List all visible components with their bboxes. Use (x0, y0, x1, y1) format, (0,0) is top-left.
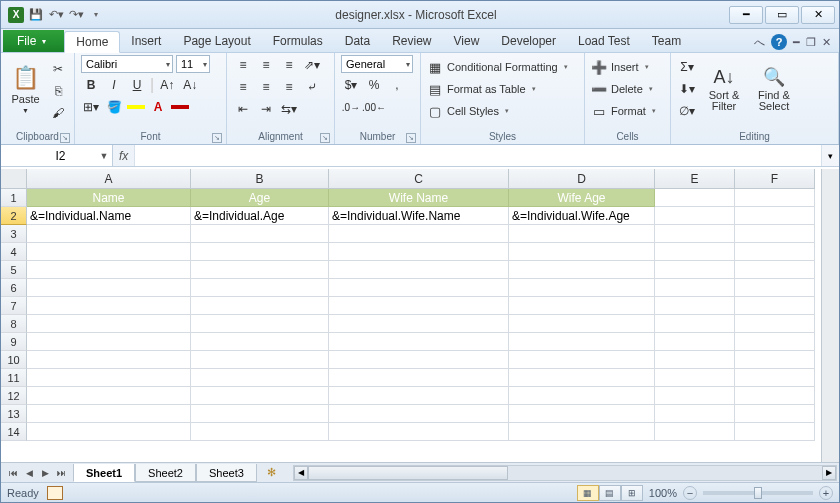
cell[interactable] (191, 297, 329, 315)
row-header-12[interactable]: 12 (1, 387, 27, 405)
cell[interactable]: &=Individual.Wife.Age (509, 207, 655, 225)
macro-record-icon[interactable] (47, 486, 63, 500)
cell[interactable] (735, 189, 815, 207)
vertical-scrollbar[interactable] (821, 169, 839, 462)
number-format-combo[interactable]: General (341, 55, 413, 73)
italic-button[interactable]: I (104, 75, 124, 95)
percent-format-icon[interactable]: % (364, 75, 384, 95)
delete-cells-button[interactable]: ➖Delete (591, 79, 656, 99)
cell[interactable]: Wife Name (329, 189, 509, 207)
cell[interactable] (735, 333, 815, 351)
tab-page-layout[interactable]: Page Layout (172, 30, 261, 52)
zoom-out-icon[interactable]: − (683, 486, 697, 500)
cell[interactable] (735, 243, 815, 261)
zoom-slider[interactable] (703, 491, 813, 495)
sheet-tab-2[interactable]: Sheet2 (135, 464, 196, 482)
cell[interactable] (509, 423, 655, 441)
tab-team[interactable]: Team (641, 30, 692, 52)
cells-area[interactable]: NameAgeWife NameWife Age&=Individual.Nam… (27, 189, 821, 462)
cell[interactable] (735, 207, 815, 225)
expand-formula-bar-icon[interactable]: ▾ (821, 145, 839, 166)
underline-button[interactable]: U (127, 75, 147, 95)
name-box-dropdown-icon[interactable]: ▼ (96, 151, 112, 161)
sort-filter-button[interactable]: A↓ Sort & Filter (701, 55, 747, 123)
number-dialog-launcher[interactable]: ↘ (406, 133, 416, 143)
cell[interactable] (735, 405, 815, 423)
minimize-button[interactable]: ━ (729, 6, 763, 24)
cell[interactable] (27, 405, 191, 423)
scroll-left-icon[interactable]: ◀ (294, 466, 308, 480)
qat-customize-icon[interactable]: ▾ (87, 6, 105, 24)
cell[interactable] (509, 261, 655, 279)
cell[interactable] (329, 387, 509, 405)
find-select-button[interactable]: 🔍 Find & Select (751, 55, 797, 123)
column-header-E[interactable]: E (655, 169, 735, 189)
font-color-icon[interactable]: A (148, 97, 168, 117)
cell[interactable] (655, 297, 735, 315)
row-header-7[interactable]: 7 (1, 297, 27, 315)
cell[interactable] (27, 369, 191, 387)
formula-input[interactable] (134, 145, 821, 166)
row-header-13[interactable]: 13 (1, 405, 27, 423)
paste-button[interactable]: 📋 Paste ▼ (7, 55, 44, 123)
cell[interactable] (735, 351, 815, 369)
cell[interactable] (655, 225, 735, 243)
zoom-level[interactable]: 100% (649, 487, 677, 499)
cell[interactable] (191, 387, 329, 405)
cell-styles-button[interactable]: ▢Cell Styles (427, 101, 568, 121)
column-header-F[interactable]: F (735, 169, 815, 189)
clipboard-dialog-launcher[interactable]: ↘ (60, 133, 70, 143)
font-name-combo[interactable]: Calibri (81, 55, 173, 73)
row-header-11[interactable]: 11 (1, 369, 27, 387)
column-header-D[interactable]: D (509, 169, 655, 189)
cell[interactable] (27, 387, 191, 405)
cell[interactable] (27, 423, 191, 441)
cell[interactable] (27, 225, 191, 243)
format-as-table-button[interactable]: ▤Format as Table (427, 79, 568, 99)
fill-color-icon[interactable]: 🪣 (104, 97, 124, 117)
tab-developer[interactable]: Developer (490, 30, 567, 52)
cell[interactable] (329, 297, 509, 315)
sheet-tab-1[interactable]: Sheet1 (73, 464, 135, 482)
column-header-B[interactable]: B (191, 169, 329, 189)
new-sheet-icon[interactable]: ✻ (261, 465, 283, 481)
cell[interactable] (735, 261, 815, 279)
cell[interactable] (329, 369, 509, 387)
cell[interactable] (329, 351, 509, 369)
cell[interactable] (27, 333, 191, 351)
excel-icon[interactable]: X (7, 6, 25, 24)
fx-icon[interactable]: fx (119, 149, 128, 163)
cell[interactable] (329, 243, 509, 261)
align-top-icon[interactable]: ≡ (233, 55, 253, 75)
close-button[interactable]: ✕ (801, 6, 835, 24)
cell[interactable] (509, 405, 655, 423)
last-sheet-icon[interactable]: ⏭ (53, 465, 69, 481)
align-right-icon[interactable]: ≡ (279, 77, 299, 97)
workbook-close-icon[interactable]: ✕ (822, 36, 831, 49)
cut-icon[interactable]: ✂ (48, 59, 68, 79)
row-header-2[interactable]: 2 (1, 207, 27, 225)
cell[interactable] (655, 207, 735, 225)
bold-button[interactable]: B (81, 75, 101, 95)
cell[interactable] (191, 351, 329, 369)
align-left-icon[interactable]: ≡ (233, 77, 253, 97)
cell[interactable] (655, 351, 735, 369)
wrap-text-icon[interactable]: ⤶ (302, 77, 322, 97)
cell[interactable] (509, 297, 655, 315)
cell[interactable] (509, 243, 655, 261)
select-all-corner[interactable] (1, 169, 27, 189)
row-header-4[interactable]: 4 (1, 243, 27, 261)
cell[interactable] (27, 315, 191, 333)
cell[interactable] (655, 333, 735, 351)
file-tab[interactable]: File (3, 30, 64, 52)
name-box[interactable]: I2 ▼ (1, 145, 113, 166)
maximize-button[interactable]: ▭ (765, 6, 799, 24)
comma-format-icon[interactable]: , (387, 75, 407, 95)
cell[interactable]: Name (27, 189, 191, 207)
scroll-thumb[interactable] (308, 466, 508, 480)
cell[interactable] (735, 225, 815, 243)
cell[interactable] (735, 423, 815, 441)
page-layout-view-icon[interactable]: ▤ (599, 485, 621, 501)
align-center-icon[interactable]: ≡ (256, 77, 276, 97)
cell[interactable] (191, 333, 329, 351)
